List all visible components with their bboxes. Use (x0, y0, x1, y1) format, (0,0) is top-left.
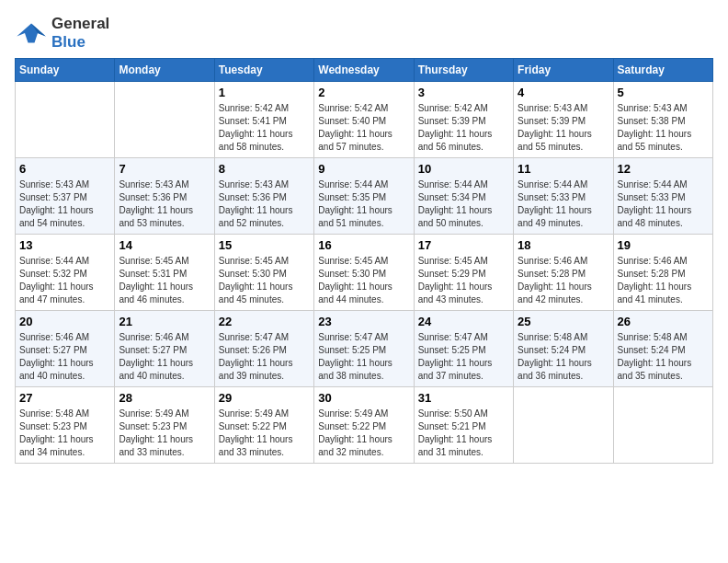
cell-text: Sunset: 5:41 PM (219, 115, 310, 128)
calendar-cell (115, 82, 214, 158)
cell-text: Sunset: 5:36 PM (219, 191, 310, 204)
cell-text: Daylight: 11 hours and 49 minutes. (518, 204, 609, 230)
calendar-cell: 24Sunrise: 5:47 AMSunset: 5:25 PMDayligh… (414, 311, 513, 387)
day-number: 16 (318, 238, 409, 252)
cell-text: Sunrise: 5:49 AM (318, 408, 409, 420)
day-header-sunday: Sunday (16, 59, 115, 82)
cell-text: Daylight: 11 hours and 53 minutes. (119, 204, 210, 230)
calendar-cell: 7Sunrise: 5:43 AMSunset: 5:36 PMDaylight… (115, 158, 214, 235)
cell-text: Daylight: 11 hours and 39 minutes. (219, 357, 310, 383)
cell-text: Daylight: 11 hours and 42 minutes. (518, 281, 609, 306)
calendar-cell: 27Sunrise: 5:48 AMSunset: 5:23 PMDayligh… (16, 387, 115, 464)
day-number: 29 (219, 391, 310, 405)
cell-text: Sunrise: 5:46 AM (19, 331, 110, 344)
day-header-thursday: Thursday (414, 59, 513, 82)
calendar-cell: 14Sunrise: 5:45 AMSunset: 5:31 PMDayligh… (115, 235, 214, 311)
cell-text: Sunset: 5:39 PM (418, 115, 509, 128)
cell-text: Sunset: 5:39 PM (518, 115, 609, 128)
cell-text: Sunrise: 5:44 AM (518, 178, 609, 191)
day-number: 19 (618, 238, 709, 252)
logo-bird-icon (15, 20, 48, 46)
cell-text: Sunrise: 5:46 AM (119, 331, 210, 344)
cell-text: Sunset: 5:27 PM (19, 344, 110, 357)
calendar-cell: 25Sunrise: 5:48 AMSunset: 5:24 PMDayligh… (514, 311, 613, 387)
day-number: 23 (318, 315, 409, 328)
day-number: 7 (119, 162, 210, 176)
day-number: 14 (119, 238, 210, 252)
cell-text: Sunset: 5:29 PM (418, 268, 509, 281)
calendar-table: SundayMondayTuesdayWednesdayThursdayFrid… (15, 58, 713, 464)
calendar-cell: 16Sunrise: 5:45 AMSunset: 5:30 PMDayligh… (314, 235, 414, 311)
cell-text: Sunrise: 5:42 AM (418, 102, 509, 115)
calendar-cell: 13Sunrise: 5:44 AMSunset: 5:32 PMDayligh… (16, 235, 115, 311)
day-number: 10 (418, 162, 509, 176)
cell-text: Sunset: 5:31 PM (119, 268, 210, 281)
cell-text: Sunrise: 5:46 AM (518, 255, 609, 268)
calendar-cell: 2Sunrise: 5:42 AMSunset: 5:40 PMDaylight… (314, 82, 414, 158)
cell-text: Sunrise: 5:44 AM (418, 178, 509, 191)
calendar-cell: 17Sunrise: 5:45 AMSunset: 5:29 PMDayligh… (414, 235, 513, 311)
cell-text: Daylight: 11 hours and 43 minutes. (418, 281, 509, 306)
cell-text: Sunset: 5:30 PM (219, 268, 310, 281)
day-number: 3 (418, 86, 509, 99)
calendar-cell: 3Sunrise: 5:42 AMSunset: 5:39 PMDaylight… (414, 82, 513, 158)
day-header-wednesday: Wednesday (314, 59, 414, 82)
cell-text: Sunset: 5:22 PM (318, 420, 409, 433)
cell-text: Daylight: 11 hours and 45 minutes. (219, 281, 310, 306)
calendar-cell: 21Sunrise: 5:46 AMSunset: 5:27 PMDayligh… (115, 311, 214, 387)
cell-text: Sunrise: 5:45 AM (418, 255, 509, 268)
cell-text: Daylight: 11 hours and 56 minutes. (418, 128, 509, 154)
cell-text: Daylight: 11 hours and 35 minutes. (618, 357, 709, 383)
cell-text: Daylight: 11 hours and 54 minutes. (19, 204, 110, 230)
cell-text: Sunrise: 5:45 AM (119, 255, 210, 268)
calendar-cell (613, 387, 712, 464)
cell-text: Sunset: 5:34 PM (418, 191, 509, 204)
calendar-cell: 19Sunrise: 5:46 AMSunset: 5:28 PMDayligh… (613, 235, 712, 311)
calendar-cell: 31Sunrise: 5:50 AMSunset: 5:21 PMDayligh… (414, 387, 513, 464)
calendar-cell: 29Sunrise: 5:49 AMSunset: 5:22 PMDayligh… (214, 387, 313, 464)
cell-text: Sunrise: 5:45 AM (318, 255, 409, 268)
cell-text: Daylight: 11 hours and 33 minutes. (219, 433, 310, 459)
calendar-cell (514, 387, 613, 464)
day-number: 12 (618, 162, 709, 176)
day-number: 20 (19, 315, 110, 328)
cell-text: Daylight: 11 hours and 32 minutes. (318, 433, 409, 459)
cell-text: Sunset: 5:27 PM (119, 344, 210, 357)
week-row-3: 13Sunrise: 5:44 AMSunset: 5:32 PMDayligh… (16, 235, 713, 311)
day-number: 31 (418, 391, 509, 405)
day-number: 27 (19, 391, 110, 405)
day-number: 28 (119, 391, 210, 405)
cell-text: Sunset: 5:32 PM (19, 268, 110, 281)
week-row-2: 6Sunrise: 5:43 AMSunset: 5:37 PMDaylight… (16, 158, 713, 235)
cell-text: Sunrise: 5:43 AM (219, 178, 310, 191)
cell-text: Daylight: 11 hours and 48 minutes. (618, 204, 709, 230)
day-number: 11 (518, 162, 609, 176)
cell-text: Sunrise: 5:49 AM (219, 408, 310, 420)
day-number: 26 (618, 315, 709, 328)
cell-text: Sunrise: 5:43 AM (19, 178, 110, 191)
cell-text: Sunset: 5:40 PM (318, 115, 409, 128)
logo: General Blue (15, 15, 109, 51)
cell-text: Daylight: 11 hours and 57 minutes. (318, 128, 409, 154)
day-number: 8 (219, 162, 310, 176)
cell-text: Daylight: 11 hours and 40 minutes. (19, 357, 110, 383)
cell-text: Sunrise: 5:43 AM (618, 102, 709, 115)
cell-text: Sunset: 5:21 PM (418, 420, 509, 433)
cell-text: Daylight: 11 hours and 41 minutes. (618, 281, 709, 306)
day-number: 30 (318, 391, 409, 405)
calendar-cell: 9Sunrise: 5:44 AMSunset: 5:35 PMDaylight… (314, 158, 414, 235)
calendar-cell: 30Sunrise: 5:49 AMSunset: 5:22 PMDayligh… (314, 387, 414, 464)
cell-text: Daylight: 11 hours and 40 minutes. (119, 357, 210, 383)
cell-text: Daylight: 11 hours and 50 minutes. (418, 204, 509, 230)
cell-text: Sunset: 5:26 PM (219, 344, 310, 357)
cell-text: Daylight: 11 hours and 52 minutes. (219, 204, 310, 230)
cell-text: Sunset: 5:38 PM (618, 115, 709, 128)
page-header: General Blue (15, 15, 713, 51)
cell-text: Sunset: 5:33 PM (518, 191, 609, 204)
cell-text: Sunrise: 5:47 AM (318, 331, 409, 344)
calendar-cell: 23Sunrise: 5:47 AMSunset: 5:25 PMDayligh… (314, 311, 414, 387)
day-number: 9 (318, 162, 409, 176)
cell-text: Sunset: 5:24 PM (618, 344, 709, 357)
cell-text: Daylight: 11 hours and 37 minutes. (418, 357, 509, 383)
cell-text: Sunset: 5:30 PM (318, 268, 409, 281)
